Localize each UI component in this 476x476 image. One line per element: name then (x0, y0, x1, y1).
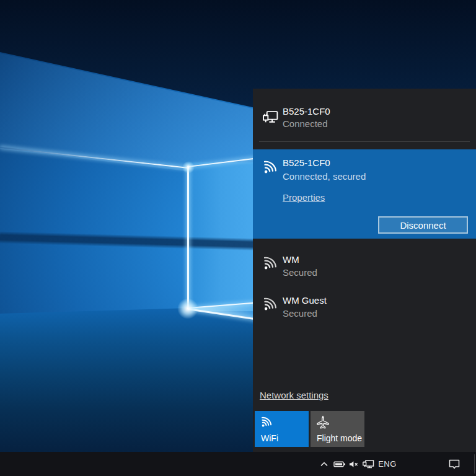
ethernet-status: Connected (283, 118, 328, 130)
chevron-up-icon (319, 459, 329, 469)
wifi-network-name: WM (283, 253, 299, 265)
show-hidden-icons-button[interactable] (317, 452, 331, 476)
wifi-icon (262, 159, 279, 174)
wallpaper-window-edge-vertical (187, 165, 189, 309)
volume-muted-icon (348, 459, 359, 469)
ethernet-network-item[interactable]: B525-1CF0 Connected (253, 89, 476, 141)
wifi-network-item[interactable]: WM Guest Secured (253, 291, 476, 331)
section-divider (259, 141, 470, 142)
airplane-icon (316, 415, 330, 429)
wifi-toggle-tile[interactable]: WiFi (255, 411, 309, 447)
wifi-connected-status: Connected, secured (283, 170, 366, 182)
taskbar: ENG (0, 452, 476, 476)
wifi-icon (262, 296, 279, 311)
wallpaper-glow-top (182, 161, 195, 174)
ethernet-name: B525-1CF0 (283, 105, 330, 117)
network-settings-link[interactable]: Network settings (260, 390, 328, 400)
quick-action-tiles: WiFi Flight mode (255, 411, 364, 447)
flight-mode-tile[interactable]: Flight mode (311, 411, 364, 447)
flight-mode-tile-label: Flight mode (317, 433, 362, 443)
wifi-icon (260, 415, 273, 427)
battery-tray-button[interactable] (332, 452, 347, 476)
wifi-network-status: Secured (283, 307, 317, 319)
network-flyout: B525-1CF0 Connected B525-1CF0 Connected,… (253, 89, 476, 452)
action-center-icon (448, 459, 461, 470)
network-icon (362, 459, 375, 469)
action-center-button[interactable] (446, 452, 462, 476)
wifi-tile-label: WiFi (261, 433, 278, 443)
properties-link[interactable]: Properties (283, 192, 325, 203)
wallpaper-floor (0, 305, 267, 452)
battery-icon (333, 459, 346, 469)
wifi-connected-item[interactable]: B525-1CF0 Connected, secured Properties … (253, 149, 476, 239)
disconnect-button[interactable]: Disconnect (378, 216, 468, 234)
network-tray-button[interactable] (361, 452, 376, 476)
ethernet-icon (262, 109, 280, 126)
wallpaper-glow-bottom (177, 298, 198, 319)
wifi-network-name: WM Guest (283, 294, 327, 306)
wifi-connected-name: B525-1CF0 (283, 157, 330, 169)
show-desktop-divider[interactable] (474, 454, 475, 474)
desktop-screen: B525-1CF0 Connected B525-1CF0 Connected,… (0, 0, 476, 476)
language-indicator[interactable]: ENG (377, 452, 398, 476)
wifi-network-item[interactable]: WM Secured (253, 250, 476, 290)
wifi-icon (262, 255, 279, 270)
volume-tray-button[interactable] (347, 452, 361, 476)
wifi-network-status: Secured (283, 267, 317, 278)
